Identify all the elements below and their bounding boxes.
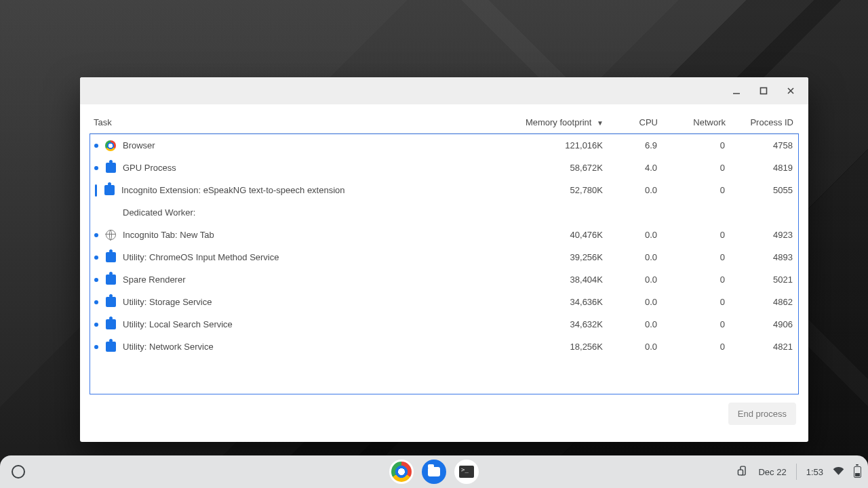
shelf-app-terminal[interactable] bbox=[454, 460, 479, 484]
terminal-icon bbox=[459, 466, 474, 478]
files-icon bbox=[428, 467, 440, 476]
cell-cpu: 0.0 bbox=[610, 230, 664, 240]
cell-memory: 58,672K bbox=[515, 163, 610, 173]
shelf: Dec 22 1:53 bbox=[0, 455, 868, 488]
task-name: Spare Renderer bbox=[123, 274, 186, 285]
cell-cpu: 0.0 bbox=[610, 274, 664, 285]
group-dot-icon bbox=[94, 278, 98, 282]
cell-cpu: 0.0 bbox=[610, 252, 664, 262]
shelf-app-chrome[interactable] bbox=[389, 460, 414, 484]
cell-memory: 34,632K bbox=[515, 319, 610, 329]
wifi-icon[interactable] bbox=[833, 466, 844, 478]
cell-network: 0 bbox=[664, 274, 732, 285]
cell-pid: 5055 bbox=[732, 185, 798, 195]
table-row[interactable]: GPU Process58,672K4.004819 bbox=[90, 157, 798, 179]
shelf-apps bbox=[389, 460, 479, 484]
no-icon bbox=[105, 207, 116, 218]
cell-memory: 39,256K bbox=[515, 252, 610, 262]
table-row[interactable]: Incognito Tab: New Tab40,476K0.004923 bbox=[90, 224, 798, 246]
chrome-icon bbox=[105, 140, 116, 151]
cell-memory: 18,256K bbox=[515, 342, 610, 352]
maximize-button[interactable] bbox=[750, 79, 777, 102]
cell-network: 0 bbox=[664, 140, 732, 150]
cell-network: 0 bbox=[664, 185, 732, 195]
table-row[interactable]: Utility: Local Search Service34,632K0.00… bbox=[90, 313, 798, 336]
tray-separator bbox=[796, 464, 797, 480]
cell-pid: 4893 bbox=[732, 252, 798, 262]
extension-icon bbox=[105, 319, 116, 330]
extension-icon bbox=[105, 342, 116, 352]
task-name: GPU Process bbox=[123, 163, 176, 173]
task-name: Dedicated Worker: bbox=[123, 207, 195, 218]
task-name: Utility: ChromeOS Input Method Service bbox=[123, 252, 279, 262]
globe-icon bbox=[105, 230, 116, 241]
header-cpu[interactable]: CPU bbox=[610, 117, 665, 127]
cell-cpu: 0.0 bbox=[610, 319, 664, 329]
cell-pid: 5021 bbox=[732, 274, 798, 285]
cell-pid: 4862 bbox=[732, 297, 798, 307]
cell-memory: 52,780K bbox=[515, 185, 610, 195]
end-process-button[interactable]: End process bbox=[728, 403, 796, 425]
cell-network: 0 bbox=[664, 342, 732, 352]
task-name: Incognito Tab: New Tab bbox=[123, 230, 214, 240]
header-process-id[interactable]: Process ID bbox=[732, 117, 799, 127]
task-name: Utility: Storage Service bbox=[123, 297, 212, 307]
cell-network: 0 bbox=[664, 297, 732, 307]
cell-memory: 34,636K bbox=[515, 297, 610, 307]
group-dot-icon bbox=[94, 300, 98, 304]
column-headers: Task Memory footprint ▼ CPU Network Proc… bbox=[90, 111, 799, 134]
process-table: Browser121,016K6.904758GPU Process58,672… bbox=[90, 134, 799, 394]
maximize-icon bbox=[759, 86, 768, 96]
cell-pid: 4821 bbox=[732, 342, 798, 352]
cell-cpu: 0.0 bbox=[610, 342, 664, 352]
cell-pid: 4906 bbox=[732, 319, 798, 329]
launcher-button[interactable] bbox=[7, 460, 30, 483]
cell-memory: 38,404K bbox=[515, 274, 610, 285]
header-memory[interactable]: Memory footprint ▼ bbox=[515, 117, 610, 127]
table-row[interactable]: Spare Renderer38,404K0.005021 bbox=[90, 268, 798, 291]
cell-network: 0 bbox=[664, 163, 732, 173]
task-manager-window: Task Memory footprint ▼ CPU Network Proc… bbox=[80, 77, 808, 442]
extension-icon bbox=[105, 163, 116, 174]
phone-hub-icon[interactable] bbox=[737, 465, 749, 479]
group-bar-icon bbox=[95, 184, 97, 197]
task-name: Utility: Local Search Service bbox=[123, 319, 233, 329]
status-tray[interactable]: Dec 22 1:53 bbox=[737, 464, 861, 480]
extension-icon bbox=[105, 252, 116, 263]
extension-icon bbox=[105, 274, 116, 285]
cell-cpu: 6.9 bbox=[610, 140, 664, 150]
launcher-icon bbox=[12, 465, 25, 479]
group-dot-icon bbox=[94, 166, 98, 170]
task-name: Browser bbox=[123, 140, 155, 150]
cell-pid: 4923 bbox=[732, 230, 798, 240]
cell-cpu: 4.0 bbox=[610, 163, 664, 173]
extension-icon bbox=[104, 185, 115, 196]
group-spacer bbox=[94, 211, 98, 215]
table-row[interactable]: Utility: Storage Service34,636K0.004862 bbox=[90, 291, 798, 313]
table-row[interactable]: Utility: Network Service18,256K0.004821 bbox=[90, 336, 798, 358]
cell-memory: 40,476K bbox=[515, 230, 610, 240]
table-row[interactable]: Dedicated Worker: bbox=[90, 201, 798, 224]
group-dot-icon bbox=[94, 144, 98, 148]
shelf-app-files[interactable] bbox=[422, 460, 446, 484]
cell-network: 0 bbox=[664, 319, 732, 329]
cell-cpu: 0.0 bbox=[610, 297, 664, 307]
svg-rect-5 bbox=[738, 470, 743, 475]
table-row[interactable]: Incognito Extension: eSpeakNG text-to-sp… bbox=[90, 179, 798, 201]
close-button[interactable] bbox=[777, 79, 804, 102]
battery-icon[interactable] bbox=[854, 466, 861, 478]
header-network[interactable]: Network bbox=[665, 117, 732, 127]
group-dot-icon bbox=[94, 323, 98, 327]
svg-rect-1 bbox=[761, 88, 767, 94]
header-task[interactable]: Task bbox=[90, 117, 515, 127]
cell-memory: 121,016K bbox=[515, 140, 610, 150]
tray-date: Dec 22 bbox=[758, 467, 786, 477]
minimize-button[interactable] bbox=[723, 79, 750, 102]
window-titlebar[interactable] bbox=[80, 77, 808, 104]
cell-network: 0 bbox=[664, 230, 732, 240]
task-name: Incognito Extension: eSpeakNG text-to-sp… bbox=[121, 185, 345, 195]
table-row[interactable]: Utility: ChromeOS Input Method Service39… bbox=[90, 246, 798, 268]
tray-time: 1:53 bbox=[806, 467, 823, 477]
group-dot-icon bbox=[94, 256, 98, 260]
table-row[interactable]: Browser121,016K6.904758 bbox=[90, 134, 798, 157]
